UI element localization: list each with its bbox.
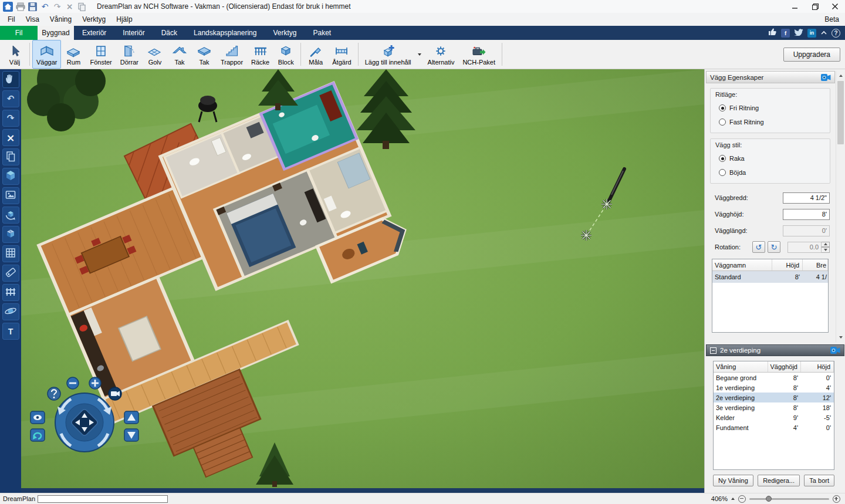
zoom-in-icon[interactable] [833,495,840,503]
view-3d-button[interactable] [2,168,19,185]
tool-alternativ[interactable]: Alternativ [424,40,459,69]
table-row[interactable]: Begane grond 8' 0' [714,373,834,383]
tool-trappor[interactable]: Trappor [217,40,247,69]
floors-table-header[interactable]: Våning Vägghöjd Höjd [714,361,834,373]
wall-style-table[interactable]: Väggnamn Höjd Bre Standard 8' 4 1/ [712,259,829,333]
upgrade-button[interactable]: Uppgradera [783,48,840,62]
scroll-up-button[interactable] [836,71,845,80]
tool-rum[interactable]: Rum [61,40,86,69]
linkedin-icon[interactable]: in [807,29,816,38]
grid-button[interactable] [2,245,19,262]
close-button[interactable] [825,0,845,13]
zoom-out-button[interactable] [67,377,79,389]
tool-golv[interactable]: Golv [143,40,167,69]
tab-fil[interactable]: Fil [0,26,38,40]
tab-interior[interactable]: Interiör [114,26,153,40]
minimize-button[interactable] [785,0,805,13]
wall-table-header[interactable]: Väggnamn Höjd Bre [712,259,828,271]
camera-icon[interactable] [830,347,840,354]
tool-mala[interactable]: Måla [303,40,328,69]
rotate-cw-button[interactable]: ↻ [768,241,780,253]
table-row[interactable]: Standard 8' 4 1/ [712,271,828,283]
spin-up-button[interactable] [822,242,830,248]
tab-landskapsplanering[interactable]: Landskapsplanering [185,26,265,40]
tool-tak-roof[interactable]: Tak [167,40,192,69]
radio-raka[interactable]: Raka [719,151,826,165]
menu-visa[interactable]: Visa [21,13,45,26]
texture-button[interactable] [2,226,19,243]
save-icon[interactable] [27,1,38,12]
tag-button[interactable] [2,265,19,282]
collapse-icon[interactable] [710,347,716,354]
tool-vaggar[interactable]: Väggar [32,40,61,69]
wall-height-button[interactable] [2,284,19,301]
rotation-input[interactable] [787,242,822,253]
viewport-3d[interactable] [21,69,704,493]
tool-tak-ceiling[interactable]: Tak [192,40,217,69]
twitter-icon[interactable] [794,28,803,38]
orbit-button[interactable] [2,303,19,320]
zoom-menu-arrow-icon[interactable] [731,498,735,500]
facebook-icon[interactable]: f [781,29,790,38]
text-tool-button[interactable]: T [2,323,19,340]
delete-tool-button[interactable]: × [2,129,19,146]
restore-button[interactable] [805,0,825,13]
spin-down-button[interactable] [822,247,830,253]
tool-nch-paket[interactable]: NCH-Paket [458,40,499,69]
tool-atgard[interactable]: Åtgärd [328,40,355,69]
table-row-selected[interactable]: 2e verdieping 8' 12' [714,393,834,402]
radio-fast-ritning[interactable]: Fast Ritning [719,115,826,129]
table-row[interactable]: 1e verdieping 8' 4' [714,383,834,393]
wall-height-input[interactable] [783,209,830,220]
redo-tool-button[interactable]: ↷ [2,110,19,127]
tool-block[interactable]: Block [273,40,298,69]
zoom-out-icon[interactable] [738,495,746,503]
table-row[interactable]: 3e verdieping 8' 18' [714,402,834,412]
rotate-object-button[interactable] [2,207,19,224]
radio-bojda[interactable]: Böjda [719,165,826,180]
pan-tool-button[interactable] [2,71,19,88]
reset-view-button[interactable] [31,429,45,441]
delete-icon[interactable]: × [64,1,75,12]
visibility-button[interactable] [31,411,45,424]
zoom-slider-handle[interactable] [766,496,772,502]
new-floor-button[interactable]: Ny Våning [713,475,753,486]
print-icon[interactable] [15,1,26,12]
panel-scrollbar[interactable] [836,71,845,342]
help-button[interactable] [48,387,60,400]
dropdown-arrow-icon[interactable] [418,53,421,56]
tool-fonster[interactable]: Fönster [86,40,116,69]
camera-button[interactable] [109,387,121,400]
table-row[interactable]: Fundament 4' 0' [714,422,834,432]
like-icon[interactable] [768,28,777,38]
undo-tool-button[interactable]: ↶ [2,90,19,107]
tab-verktyg[interactable]: Verktyg [265,26,305,40]
menu-fil[interactable]: Fil [2,13,21,26]
zoom-in-button[interactable] [89,377,101,389]
redo-icon[interactable]: ↷ [52,1,63,12]
radio-fri-ritning[interactable]: Fri Ritning [719,101,826,115]
tilt-up-button[interactable] [124,411,138,424]
menu-vaning[interactable]: Våning [45,13,77,26]
tool-racke[interactable]: Räcke [247,40,273,69]
help-icon[interactable]: ? [832,29,840,38]
floors-table[interactable]: Våning Vägghöjd Höjd Begane grond 8' 0' … [713,361,834,470]
menu-hjalp[interactable]: Hjälp [111,13,137,26]
export-image-button[interactable] [2,187,19,204]
tool-dorrar[interactable]: Dörrar [116,40,143,69]
camera-icon[interactable] [821,74,831,81]
tool-lagg-till-innehall[interactable]: Lägg till innehåll [361,42,415,67]
scroll-down-button[interactable] [836,333,845,342]
table-row[interactable]: Kelder 9' -5' [714,412,834,422]
edit-floor-button[interactable]: Redigera... [758,475,800,486]
tab-byggnad[interactable]: Byggnad [38,26,74,40]
wall-width-input[interactable] [783,192,830,204]
undo-icon[interactable]: ↶ [39,1,50,12]
tilt-down-button[interactable] [124,429,138,441]
tab-exterior[interactable]: Exteriör [74,26,114,40]
menu-verktyg[interactable]: Verktyg [77,13,111,26]
copy-tool-button[interactable] [2,148,19,165]
tab-dack[interactable]: Däck [153,26,185,40]
rotate-ccw-button[interactable]: ↺ [752,241,765,253]
scrollbar-thumb[interactable] [837,81,844,144]
